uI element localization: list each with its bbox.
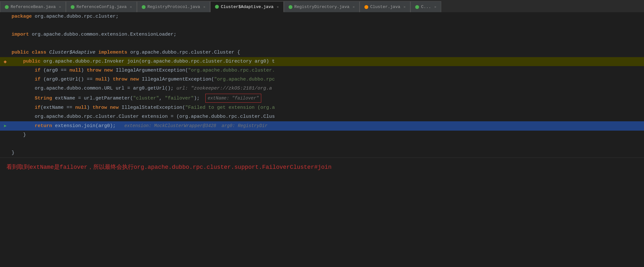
gutter-extname xyxy=(0,93,10,103)
gutter-1 xyxy=(0,12,10,21)
gutter-url xyxy=(0,84,10,93)
gutter-blank2 xyxy=(0,39,10,48)
tab-label-reg-protocol: RegistryProtocol.java xyxy=(148,4,200,9)
line-content-close-method: } xyxy=(10,131,644,140)
line-content-extname: String extName = url.getParameter("clust… xyxy=(10,93,644,103)
tab-registry-directory[interactable]: RegistryDirectory.java ✕ xyxy=(284,1,360,12)
close-tab-reg-protocol[interactable]: ✕ xyxy=(203,5,206,9)
line-content-url: org.apache.dubbo.common.URL url = arg0.g… xyxy=(10,84,644,93)
gutter-if1 xyxy=(0,66,10,75)
code-line-if1: if (arg0 == null) throw new IllegalArgum… xyxy=(0,66,644,75)
close-tab-cluster[interactable]: ✕ xyxy=(404,5,406,9)
tab-reference-config[interactable]: ReferenceConfig.java ✕ xyxy=(66,1,137,12)
close-tab-extra[interactable]: ✕ xyxy=(434,5,436,9)
code-line-1: package org.apache.dubbo.rpc.cluster; xyxy=(0,12,644,21)
gutter-blank1 xyxy=(0,21,10,30)
line-content-if3: if(extName == null) throw new IllegalSta… xyxy=(10,103,644,112)
code-line-close-method: } xyxy=(0,131,644,140)
line-content-class: public class Cluster$Adaptive implements… xyxy=(10,48,644,57)
code-line-extension: org.apache.dubbo.rpc.cluster.Cluster ext… xyxy=(0,112,644,121)
tab-icon-ref-bean xyxy=(5,5,9,9)
gutter-close-class xyxy=(0,149,10,158)
line-content-return: return extension.join(arg0); extension: … xyxy=(10,121,644,131)
code-line-if2: if (arg0.getUrl() == null) throw new Ill… xyxy=(0,75,644,84)
breakpoint-arrow-method: ◆ xyxy=(4,58,7,65)
code-line-extname: String extName = url.getParameter("clust… xyxy=(0,93,644,103)
tab-registry-protocol[interactable]: RegistryProtocol.java ✕ xyxy=(137,1,210,12)
close-tab-cluster-adaptive[interactable]: ✕ xyxy=(277,5,279,9)
code-line-class: public class Cluster$Adaptive implements… xyxy=(0,48,644,57)
tab-icon-reg-protocol xyxy=(142,5,146,9)
gutter-close-method xyxy=(0,131,10,140)
tab-label-cluster-adaptive: Cluster$Adaptive.java xyxy=(221,4,273,9)
line-content-blank3 xyxy=(10,140,644,149)
tab-extra[interactable]: C... ✕ xyxy=(410,1,441,12)
gutter-return: ➤ xyxy=(0,121,10,131)
line-content-close-class: } xyxy=(10,149,644,158)
tab-label-reg-directory: RegistryDirectory.java xyxy=(294,4,350,9)
code-line-blank2 xyxy=(0,39,644,48)
line-content-if2: if (arg0.getUrl() == null) throw new Ill… xyxy=(10,75,644,84)
tab-icon-cluster-adaptive xyxy=(215,5,219,9)
gutter-import xyxy=(0,30,10,39)
close-tab-reg-directory[interactable]: ✕ xyxy=(353,5,355,9)
tab-label-extra: C... xyxy=(421,4,431,9)
gutter-extension xyxy=(0,112,10,121)
gutter-method: ◆ xyxy=(0,57,10,66)
code-line-close-class: } xyxy=(0,149,644,158)
tab-label-ref-bean: ReferenceBean.java xyxy=(11,4,56,9)
code-area: package org.apache.dubbo.rpc.cluster; im… xyxy=(0,12,644,158)
tab-icon-reg-directory xyxy=(289,5,292,9)
tab-icon-ref-config xyxy=(71,5,75,9)
tab-label-cluster: Cluster.java xyxy=(370,4,400,9)
extname-hint-box: extName: "failover" xyxy=(205,94,261,103)
tab-label-ref-config: ReferenceConfig.java xyxy=(76,4,127,9)
line-content-if1: if (arg0 == null) throw new IllegalArgum… xyxy=(10,66,644,75)
gutter-blank3 xyxy=(0,140,10,149)
code-line-method: ◆ public org.apache.dubbo.rpc.Invoker jo… xyxy=(0,57,644,66)
line-content-1: package org.apache.dubbo.rpc.cluster; xyxy=(10,12,644,21)
close-tab-ref-config[interactable]: ✕ xyxy=(130,5,132,9)
line-content-extension: org.apache.dubbo.rpc.cluster.Cluster ext… xyxy=(10,112,644,121)
line-content-blank1 xyxy=(10,21,644,30)
close-tab-ref-bean[interactable]: ✕ xyxy=(59,5,61,9)
tab-cluster[interactable]: Cluster.java ✕ xyxy=(360,1,410,12)
code-line-return: ➤ return extension.join(arg0); extension… xyxy=(0,121,644,131)
tab-icon-cluster xyxy=(364,5,368,9)
gutter-if3 xyxy=(0,103,10,112)
gutter-class xyxy=(0,48,10,57)
code-line-import: import org.apache.dubbo.common.extension… xyxy=(0,30,644,39)
line-content-import: import org.apache.dubbo.common.extension… xyxy=(10,30,644,39)
code-line-if3: if(extName == null) throw new IllegalSta… xyxy=(0,103,644,112)
tab-bar: ReferenceBean.java ✕ ReferenceConfig.jav… xyxy=(0,0,644,12)
tab-cluster-adaptive[interactable]: Cluster$Adaptive.java ✕ xyxy=(210,1,283,12)
bottom-note: 看到取到extName是failover，所以最终会执行org.apache.d… xyxy=(0,158,644,171)
gutter-if2 xyxy=(0,75,10,84)
tab-reference-bean[interactable]: ReferenceBean.java ✕ xyxy=(0,1,66,12)
tab-icon-extra xyxy=(415,5,419,9)
code-line-url: org.apache.dubbo.common.URL url = arg0.g… xyxy=(0,84,644,93)
line-content-blank2 xyxy=(10,39,644,48)
code-line-blank1 xyxy=(0,21,644,30)
code-line-blank3 xyxy=(0,140,644,149)
line-content-method: public org.apache.dubbo.rpc.Invoker join… xyxy=(10,57,644,66)
